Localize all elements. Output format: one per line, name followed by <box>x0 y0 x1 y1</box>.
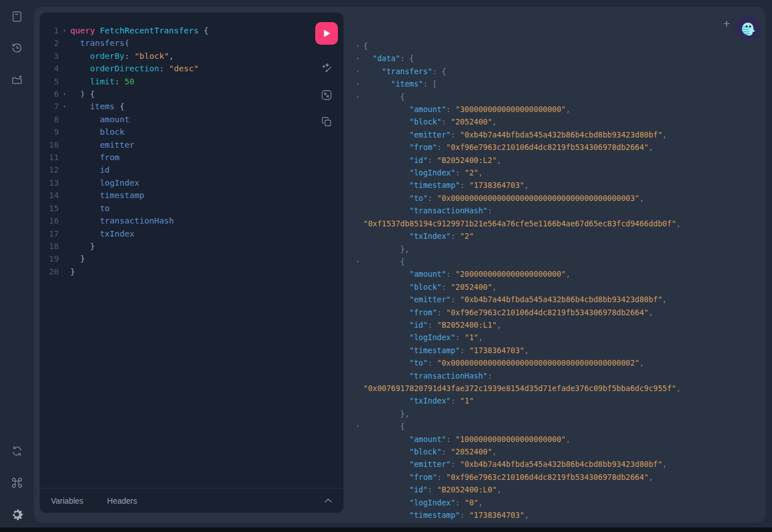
folder-plus-icon[interactable] <box>0 68 34 91</box>
fold-toggle-icon[interactable]: ▾ <box>352 420 363 432</box>
editor-code-line[interactable]: 1▾query FetchRecentTransfers { <box>49 24 311 37</box>
fold-gutter <box>352 179 363 191</box>
response-line: "to": "0x0000000000000000000000000000000… <box>352 192 765 204</box>
code-text: "from": "0xf96e7963c210106d4dc8219fb5343… <box>363 306 653 319</box>
code-text: "block": "2052400", <box>363 281 497 293</box>
code-text: "logIndex": "2", <box>363 166 483 179</box>
fold-gutter <box>352 103 363 115</box>
bottom-strip <box>0 527 772 532</box>
fold-gutter <box>59 164 70 176</box>
fold-toggle-icon[interactable]: ▾ <box>352 65 363 78</box>
code-text: "amount": "3000000000000000000000", <box>363 103 571 115</box>
code-text: block <box>70 126 125 138</box>
editor-code-line[interactable]: 13 logIndex <box>49 177 311 189</box>
editor-code-line[interactable]: 7▾ items { <box>49 100 311 113</box>
code-text: { <box>363 420 405 432</box>
code-text: "items": [ <box>363 78 437 90</box>
fold-toggle-icon[interactable]: ▾ <box>59 100 70 113</box>
fold-gutter <box>59 202 70 214</box>
code-text: "0x0076917820791d43fae372c1939e8154d35d7… <box>363 382 681 394</box>
merge-fragments-icon[interactable] <box>315 81 338 108</box>
fold-gutter <box>352 268 363 280</box>
response-line: "timestamp": "1738364703", <box>352 344 765 357</box>
tab-variables[interactable]: Variables <box>51 496 83 505</box>
fold-gutter <box>352 445 363 458</box>
settings-gear-icon[interactable] <box>0 503 34 526</box>
line-number: 19 <box>49 252 59 265</box>
editor-code-line[interactable]: 20} <box>49 265 311 278</box>
editor-code-line[interactable]: 6▾ ) { <box>49 88 311 100</box>
editor-code-line[interactable]: 19 } <box>49 252 311 265</box>
code-text: "block": "2052400", <box>363 115 497 128</box>
query-editor[interactable]: 1▾query FetchRecentTransfers {2 transfer… <box>49 24 311 487</box>
code-text: "timestamp": "1738364703", <box>363 509 529 521</box>
code-text: "from": "0xf96e7963c210106d4dc8219fb5343… <box>363 471 653 483</box>
fold-gutter <box>59 139 70 151</box>
docs-icon[interactable] <box>0 5 34 28</box>
response-line: "amount": "2000000000000000000000", <box>352 268 765 280</box>
fold-toggle-icon[interactable]: ▾ <box>59 88 70 100</box>
refetch-icon[interactable] <box>0 440 34 462</box>
fold-gutter <box>352 394 363 407</box>
copy-query-icon[interactable] <box>315 108 338 135</box>
tab-headers[interactable]: Headers <box>107 496 137 505</box>
code-text: query FetchRecentTransfers { <box>70 24 208 37</box>
response-line: "logIndex": "1", <box>352 331 765 344</box>
fold-toggle-icon[interactable]: ▾ <box>352 255 363 268</box>
editor-code-line[interactable]: 12 id <box>49 164 311 176</box>
code-text: "transactionHash": <box>363 370 492 382</box>
response-line: "txIndex": "2" <box>352 230 765 242</box>
keyboard-shortcuts-icon[interactable] <box>0 471 34 494</box>
line-number: 8 <box>49 113 59 126</box>
editor-code-line[interactable]: 9 block <box>49 126 311 138</box>
editor-code-line[interactable]: 15 to <box>49 202 311 214</box>
fold-toggle-icon[interactable]: ▾ <box>352 91 363 103</box>
fold-toggle-icon[interactable]: ▾ <box>352 40 363 52</box>
fold-gutter <box>59 214 70 227</box>
editor-code-line[interactable]: 10 emitter <box>49 139 311 151</box>
code-text: "id": "B2052400:L0", <box>363 483 501 496</box>
response-line: "block": "2052400", <box>352 445 765 458</box>
editor-code-line[interactable]: 3 orderBy: "block", <box>49 50 311 62</box>
editor-code-line[interactable]: 16 transactionHash <box>49 214 311 227</box>
code-text: "emitter": "0xb4b7a44bfbda545a432b86b4cb… <box>363 293 667 306</box>
line-number: 16 <box>49 214 59 227</box>
fold-toggle-icon[interactable]: ▾ <box>59 24 70 37</box>
line-number: 7 <box>49 100 59 113</box>
response-line: "to": "0x0000000000000000000000000000000… <box>352 357 765 369</box>
code-text: } <box>70 240 95 252</box>
add-tab-button[interactable]: + <box>720 17 734 31</box>
line-number: 5 <box>49 75 59 88</box>
fold-gutter <box>352 306 363 319</box>
code-text: { <box>363 91 405 103</box>
ghost-logo-avatar[interactable] <box>735 16 760 41</box>
fold-toggle-icon[interactable]: ▾ <box>352 78 363 90</box>
code-text: "transactionHash": <box>363 204 492 217</box>
code-text: "0xf1537db85194c9129971b21e564a76cfe5e11… <box>363 217 681 230</box>
editor-code-line[interactable]: 11 from <box>49 151 311 164</box>
editor-code-line[interactable]: 17 txIndex <box>49 228 311 240</box>
editor-code-line[interactable]: 8 amount <box>49 113 311 126</box>
code-text: limit: 50 <box>70 75 135 88</box>
prettify-icon[interactable] <box>315 55 338 81</box>
editor-code-line[interactable]: 5 limit: 50 <box>49 75 311 88</box>
code-text: emitter <box>70 139 135 151</box>
fold-gutter <box>352 471 363 483</box>
code-text: "emitter": "0xb4b7a44bfbda545a432b86b4cb… <box>363 128 667 141</box>
editor-code-line[interactable]: 18 } <box>49 240 311 252</box>
query-editor-pane: 1▾query FetchRecentTransfers {2 transfer… <box>34 7 346 523</box>
response-line: "logIndex": "2", <box>352 166 765 179</box>
execute-query-button[interactable] <box>315 22 338 45</box>
editor-code-line[interactable]: 14 timestamp <box>49 189 311 201</box>
editor-code-line[interactable]: 2 transfers( <box>49 37 311 49</box>
fold-gutter <box>59 126 70 138</box>
history-icon[interactable] <box>0 37 34 59</box>
code-text: id <box>70 164 110 176</box>
code-text: { <box>363 40 368 52</box>
fold-toggle-icon[interactable]: ▾ <box>352 52 363 65</box>
code-text: { <box>363 255 405 268</box>
response-line: "block": "2052400", <box>352 281 765 293</box>
code-text: orderBy: "block", <box>70 50 174 62</box>
editor-code-line[interactable]: 4 orderDirection: "desc" <box>49 62 311 75</box>
chevron-up-icon[interactable] <box>324 498 332 503</box>
